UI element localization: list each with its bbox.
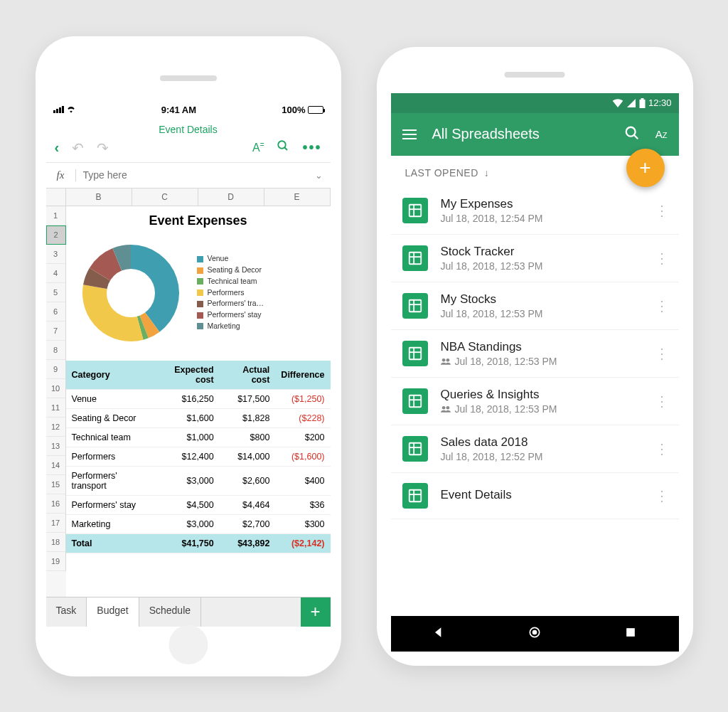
file-item[interactable]: Event Details ⋮ [391,473,679,519]
table-row[interactable]: Seating & Decor$1,600$1,828($228) [66,408,331,427]
battery-pct: 100% [282,105,305,115]
row-header[interactable]: 6 [46,302,66,322]
nav-recent-icon[interactable] [623,625,638,642]
row-header[interactable]: 1 [46,206,66,225]
sheet-tab[interactable]: Schedule [139,597,201,627]
table-header: Category [66,361,153,390]
table-row[interactable]: Marketing$3,000$2,700$300 [66,514,331,533]
table-row[interactable]: Performers' stay$4,500$4,464$36 [66,495,331,514]
file-item[interactable]: My Expenses Jul 18, 2018, 12:54 PM ⋮ [391,187,679,235]
table-row[interactable]: Venue$16,250$17,500($1,250) [66,389,331,408]
more-vertical-icon[interactable]: ⋮ [655,250,668,267]
row-header[interactable]: 7 [46,322,66,341]
back-icon[interactable]: ‹ [55,139,60,156]
donut-chart [70,233,191,354]
row-header[interactable]: 14 [46,456,66,475]
svg-point-33 [532,629,537,634]
signal-icon [53,106,64,113]
formula-input[interactable] [76,169,308,181]
row-header[interactable]: 9 [46,360,66,379]
row-header[interactable]: 5 [46,283,66,302]
svg-point-20 [446,358,449,361]
more-vertical-icon[interactable]: ⋮ [655,487,668,504]
col-e[interactable]: E [264,188,331,206]
status-time: 12:30 [648,97,672,108]
ios-toolbar: ‹ ↶ ↷ A= ••• [46,138,331,163]
svg-rect-34 [626,628,635,637]
add-fab[interactable]: + [626,149,665,187]
more-icon[interactable]: ••• [302,139,321,156]
add-sheet-button[interactable]: + [301,597,331,627]
row-header[interactable]: 18 [46,533,66,552]
row-header[interactable]: 10 [46,379,66,398]
legend-item: Technical team [197,276,264,287]
row-header[interactable]: 17 [46,514,66,533]
svg-rect-13 [409,299,421,312]
spreadsheet-icon [402,436,428,462]
col-c[interactable]: C [132,188,198,206]
row-header[interactable]: 12 [46,418,66,437]
row-header[interactable]: 15 [46,475,66,494]
nav-back-icon[interactable] [432,625,446,642]
redo-icon[interactable]: ↷ [97,139,109,156]
sheet-content[interactable]: Event Expenses VenueSeating & DecorTechn… [66,206,331,597]
row-header[interactable]: 13 [46,437,66,456]
arrow-down-icon: ↓ [484,167,490,179]
more-vertical-icon[interactable]: ⋮ [655,440,668,457]
undo-icon[interactable]: ↶ [72,139,84,156]
file-name: Queries & Insights [441,388,642,402]
file-item[interactable]: My Stocks Jul 18, 2018, 12:53 PM ⋮ [391,282,679,330]
column-headers: B C D E [46,188,331,206]
home-button[interactable] [168,625,208,664]
spreadsheet-icon [402,293,428,319]
svg-rect-26 [409,442,421,455]
nav-home-icon[interactable] [528,625,542,642]
file-subtitle: Jul 18, 2018, 12:53 PM [441,356,642,367]
row-header[interactable]: 4 [46,264,66,283]
battery-icon [308,106,323,114]
svg-line-6 [634,134,638,139]
sheet-tab[interactable]: Budget [87,597,139,627]
search-icon[interactable] [624,125,640,144]
file-name: My Expenses [441,197,642,211]
chevron-down-icon[interactable]: ⌄ [308,170,331,181]
status-time: 9:41 AM [161,105,196,115]
menu-icon[interactable] [402,129,417,139]
spreadsheet-icon [402,483,428,509]
file-item[interactable]: NBA Standings Jul 18, 2018, 12:53 PM ⋮ [391,330,679,378]
row-header[interactable]: 2 [46,225,66,245]
file-subtitle: Jul 18, 2018, 12:54 PM [441,213,642,224]
sort-icon[interactable]: AZ [655,128,668,140]
wifi-icon [612,99,623,107]
svg-rect-7 [409,204,421,216]
file-item[interactable]: Queries & Insights Jul 18, 2018, 12:53 P… [391,378,679,425]
more-vertical-icon[interactable]: ⋮ [655,297,668,314]
table-row[interactable]: Technical team$1,000$800$200 [66,427,331,447]
svg-rect-4 [641,98,643,100]
more-vertical-icon[interactable]: ⋮ [655,345,668,362]
table-row[interactable]: Performers' transport$3,000$2,600$400 [66,466,331,495]
svg-rect-21 [409,395,421,407]
row-header[interactable]: 11 [46,398,66,418]
col-b[interactable]: B [66,188,132,206]
row-header[interactable]: 3 [46,245,66,264]
appbar-title: All Spreadsheets [432,126,609,142]
col-d[interactable]: D [198,188,264,206]
chart-title: Event Expenses [66,206,331,233]
file-name: Stock Tracker [441,245,642,259]
file-item[interactable]: Sales data 2018 Jul 18, 2018, 12:52 PM ⋮ [391,425,679,473]
row-header[interactable]: 19 [46,552,66,571]
more-vertical-icon[interactable]: ⋮ [655,202,668,219]
more-vertical-icon[interactable]: ⋮ [655,393,668,410]
table-header: Expected cost [152,361,220,390]
search-icon[interactable] [277,139,289,156]
table-row[interactable]: Performers$12,400$14,000($1,600) [66,447,331,466]
sheet-tab[interactable]: Task [46,597,87,627]
text-format-icon[interactable]: A= [252,141,264,154]
android-appbar: All Spreadsheets AZ [391,113,679,156]
row-header[interactable]: 16 [46,494,66,514]
svg-rect-10 [409,252,421,264]
file-item[interactable]: Stock Tracker Jul 18, 2018, 12:53 PM ⋮ [391,235,679,282]
file-list: My Expenses Jul 18, 2018, 12:54 PM ⋮ Sto… [391,187,679,616]
row-header[interactable]: 8 [46,341,66,360]
